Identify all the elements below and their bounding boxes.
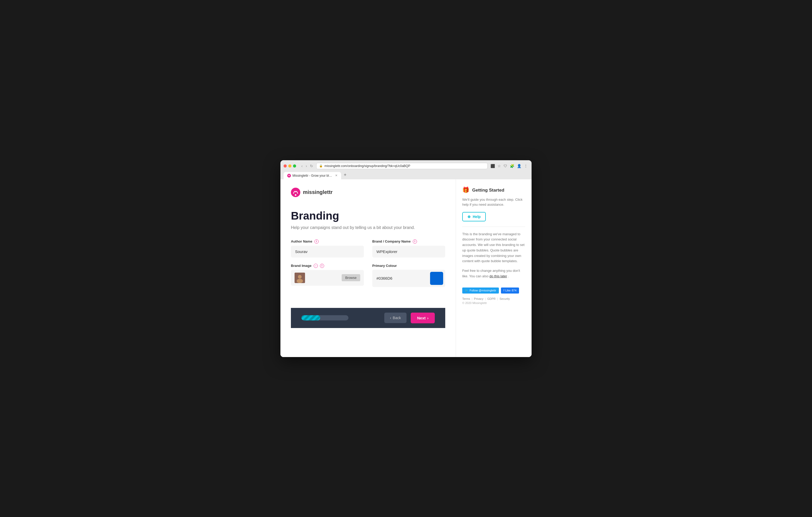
tab-bar: M Missinglettr - Grow your blog th... ✕ … <box>284 171 528 179</box>
brand-image-remove-icon[interactable]: − <box>314 264 318 268</box>
colour-hex-input[interactable] <box>376 276 428 280</box>
sidebar-divider <box>462 226 525 227</box>
facebook-icon: f <box>503 289 504 292</box>
brand-avatar <box>295 273 305 283</box>
close-window-button[interactable] <box>284 164 287 168</box>
do-this-later-link[interactable]: do this later <box>489 274 507 278</box>
svg-point-1 <box>295 194 296 196</box>
tab-favicon: M <box>287 174 291 178</box>
brand-image-info-icon[interactable]: i <box>320 264 324 268</box>
sidebar-body-text-2: Feel free to change anything you don't l… <box>462 268 525 279</box>
primary-colour-label-row: Primary Colour <box>372 264 445 268</box>
back-label: Back <box>393 316 401 320</box>
new-tab-button[interactable]: + <box>342 171 349 179</box>
browse-button[interactable]: Browse <box>342 274 360 281</box>
active-tab[interactable]: M Missinglettr - Grow your blog th... ✕ <box>284 172 341 179</box>
reload-button[interactable]: ↻ <box>309 163 314 169</box>
avatar-image <box>295 273 305 283</box>
svg-point-4 <box>297 279 303 283</box>
author-label-row: Author Name i <box>291 239 364 244</box>
brand-image-label-row: Brand Image − i <box>291 264 364 268</box>
cast-icon[interactable]: ⬛ <box>490 163 496 169</box>
twitter-icon: 🐦 <box>465 289 468 292</box>
sidebar: 🎁 Getting Started We'll guide you throug… <box>456 179 531 357</box>
author-info-icon[interactable]: i <box>314 239 319 244</box>
minimize-window-button[interactable] <box>288 164 291 168</box>
profile-icon[interactable]: 👤 <box>516 163 522 169</box>
back-chevron-icon: ‹ <box>390 316 392 320</box>
brand-name-input[interactable] <box>372 246 445 257</box>
help-circle-icon: ⊕ <box>467 215 471 219</box>
next-chevron-icon: › <box>427 316 429 320</box>
main-area: missinglettr Branding Help your campaign… <box>281 179 456 357</box>
author-name-input[interactable] <box>291 246 364 257</box>
colour-input-box <box>372 270 445 287</box>
toolbar-icons: ⬛ ☆ 🛡 🧩 👤 ⋮ <box>490 163 528 169</box>
tab-title: Missinglettr - Grow your blog th... <box>292 174 334 178</box>
address-bar[interactable]: 🔒 missinglettr.com/onboarding/signup/bra… <box>316 163 488 169</box>
author-name-label: Author Name <box>291 239 312 243</box>
menu-icon[interactable]: ⋮ <box>523 163 528 169</box>
brand-image-group: Brand Image − i Browse <box>291 264 364 287</box>
page-title: Branding <box>291 210 445 222</box>
branding-form: Author Name i Brand / Company Name i <box>291 239 445 287</box>
help-button[interactable]: ⊕ Help <box>462 212 486 221</box>
author-name-group: Author Name i <box>291 239 364 257</box>
gift-icon: 🎁 <box>462 187 470 194</box>
twitter-follow-button[interactable]: 🐦 Follow @missinglettr <box>462 287 499 294</box>
brand-image-box: Browse <box>291 270 364 286</box>
facebook-like-button[interactable]: f Like 874 <box>501 287 519 294</box>
nav-buttons: ‹ › ↻ <box>300 163 314 169</box>
privacy-link[interactable]: Privacy <box>474 297 484 300</box>
url-text: missinglettr.com/onboarding/signup/brand… <box>324 164 410 168</box>
next-label: Next <box>417 316 426 320</box>
sidebar-description: We'll guide you through each step. Click… <box>462 197 525 207</box>
next-button[interactable]: Next › <box>411 313 435 323</box>
lock-icon: 🔒 <box>319 164 323 168</box>
logo-text: missinglettr <box>303 189 332 195</box>
browser-window: ‹ › ↻ 🔒 missinglettr.com/onboarding/sign… <box>281 160 531 357</box>
social-buttons: 🐦 Follow @missinglettr f Like 874 <box>462 287 525 294</box>
forward-nav-button[interactable]: › <box>305 163 308 169</box>
browser-controls: ‹ › ↻ 🔒 missinglettr.com/onboarding/sign… <box>284 163 528 169</box>
sidebar-footer: 🐦 Follow @missinglettr f Like 874 Terms … <box>462 287 525 304</box>
progress-bar-background <box>301 315 348 321</box>
terms-link[interactable]: Terms <box>462 297 470 300</box>
security-link[interactable]: Security <box>499 297 510 300</box>
colour-swatch[interactable] <box>430 272 443 285</box>
svg-point-3 <box>298 275 301 279</box>
primary-colour-label: Primary Colour <box>372 264 397 268</box>
logo-icon <box>291 188 300 197</box>
brand-label-row: Brand / Company Name i <box>372 239 445 244</box>
shield-icon[interactable]: 🛡 <box>503 163 508 169</box>
back-button[interactable]: ‹ Back <box>384 313 407 323</box>
back-nav-button[interactable]: ‹ <box>300 163 304 169</box>
maximize-window-button[interactable] <box>293 164 296 168</box>
logo-area: missinglettr <box>291 188 445 197</box>
page-subheading: Help your campaigns stand out by telling… <box>291 225 445 230</box>
bookmark-icon[interactable]: ☆ <box>497 163 502 169</box>
page-content: missinglettr Branding Help your campaign… <box>281 179 531 357</box>
brand-image-label: Brand Image <box>291 264 312 268</box>
copyright-text: © 2020 Missinglettr <box>462 301 525 304</box>
browser-chrome: ‹ › ↻ 🔒 missinglettr.com/onboarding/sign… <box>281 160 531 179</box>
help-label: Help <box>473 215 481 219</box>
tab-close-button[interactable]: ✕ <box>335 174 338 177</box>
sidebar-title: Getting Started <box>472 188 504 193</box>
bottom-bar: ‹ Back Next › <box>291 308 445 328</box>
brand-info-icon[interactable]: i <box>413 239 417 244</box>
brand-name-group: Brand / Company Name i <box>372 239 445 257</box>
traffic-lights <box>284 164 296 168</box>
footer-links: Terms | Privacy | GDPR | Security <box>462 297 525 300</box>
progress-bar-fill <box>301 315 320 321</box>
sidebar-body-text-1: This is the branding we've managed to di… <box>462 232 525 264</box>
gdpr-link[interactable]: GDPR <box>487 297 496 300</box>
sidebar-heading-row: 🎁 Getting Started <box>462 187 525 194</box>
brand-name-label: Brand / Company Name <box>372 239 411 243</box>
primary-colour-group: Primary Colour <box>372 264 445 287</box>
extensions-icon[interactable]: 🧩 <box>509 163 515 169</box>
